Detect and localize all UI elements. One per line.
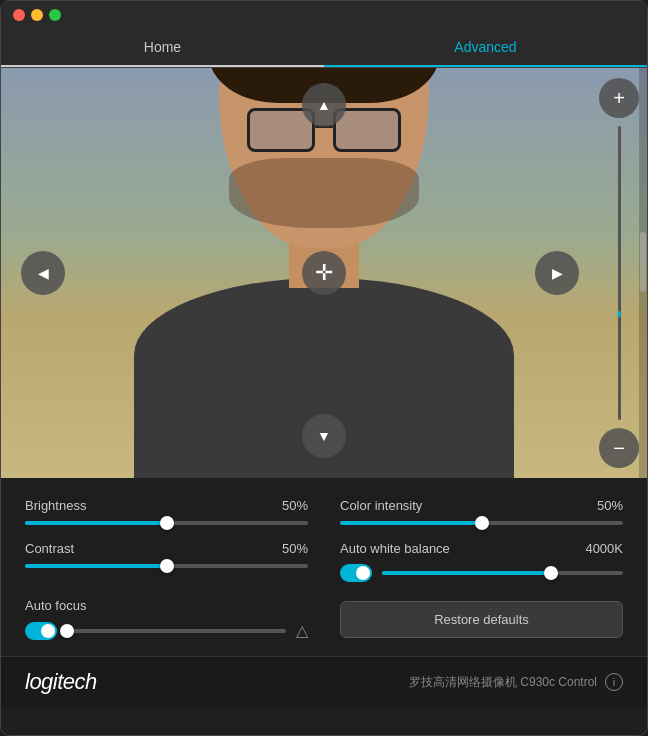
autofocus-icon: △ — [296, 621, 308, 640]
color-intensity-label: Color intensity — [340, 498, 422, 513]
auto-white-balance-control: Auto white balance 4000K — [340, 541, 623, 582]
pan-right-button[interactable]: ▶ — [535, 251, 579, 295]
color-intensity-slider[interactable] — [340, 521, 623, 525]
contrast-fill — [25, 564, 167, 568]
contrast-control: Contrast 50% — [25, 541, 308, 582]
color-intensity-value: 50% — [597, 498, 623, 513]
zoom-thumb — [618, 311, 621, 317]
awb-label: Auto white balance — [340, 541, 450, 556]
title-bar — [1, 1, 647, 29]
awb-toggle-row — [340, 564, 623, 582]
brightness-label-row: Brightness 50% — [25, 498, 308, 513]
auto-focus-control: Auto focus △ — [25, 598, 308, 640]
close-button[interactable] — [13, 9, 25, 21]
brightness-value: 50% — [282, 498, 308, 513]
auto-focus-label: Auto focus — [25, 598, 308, 613]
autofocus-slider[interactable] — [67, 629, 286, 633]
brightness-slider[interactable] — [25, 521, 308, 525]
pan-left-button[interactable]: ◀ — [21, 251, 65, 295]
brightness-control: Brightness 50% — [25, 498, 308, 525]
zoom-out-button[interactable]: − — [599, 428, 639, 468]
awb-thumb[interactable] — [544, 566, 558, 580]
autofocus-toggle[interactable] — [25, 622, 57, 640]
awb-toggle[interactable] — [340, 564, 372, 582]
autofocus-toggle-knob — [41, 624, 55, 638]
info-button[interactable]: i — [605, 673, 623, 691]
color-intensity-fill — [340, 521, 482, 525]
awb-value: 4000K — [585, 541, 623, 556]
color-intensity-control: Color intensity 50% — [340, 498, 623, 525]
traffic-lights — [13, 9, 61, 21]
contrast-slider[interactable] — [25, 564, 308, 568]
autofocus-thumb[interactable] — [60, 624, 74, 638]
logitech-logo: logitech — [25, 669, 97, 695]
awb-fill — [382, 571, 551, 575]
pan-down-button[interactable]: ▼ — [302, 414, 346, 458]
camera-name-label: 罗技高清网络摄像机 C930c Control — [409, 674, 597, 691]
footer-right: 罗技高清网络摄像机 C930c Control i — [409, 673, 623, 691]
awb-slider[interactable] — [382, 571, 623, 575]
tab-advanced[interactable]: Advanced — [324, 29, 647, 67]
contrast-value: 50% — [282, 541, 308, 556]
restore-defaults-button[interactable]: Restore defaults — [340, 601, 623, 638]
camera-view: ▲ ◀ ✛ ▶ ▼ + − — [1, 68, 647, 478]
footer: logitech 罗技高清网络摄像机 C930c Control i — [1, 656, 647, 707]
controls-grid: Brightness 50% Color intensity 50% Contr… — [25, 498, 623, 640]
minimize-button[interactable] — [31, 9, 43, 21]
maximize-button[interactable] — [49, 9, 61, 21]
brightness-thumb[interactable] — [160, 516, 174, 530]
camera-scroll-thumb — [640, 232, 646, 292]
camera-scrollbar[interactable] — [639, 68, 647, 478]
color-intensity-label-row: Color intensity 50% — [340, 498, 623, 513]
pan-up-button[interactable]: ▲ — [302, 83, 346, 127]
contrast-label-row: Contrast 50% — [25, 541, 308, 556]
contrast-label: Contrast — [25, 541, 74, 556]
awb-toggle-knob — [356, 566, 370, 580]
awb-label-row: Auto white balance 4000K — [340, 541, 623, 556]
autofocus-row: △ — [25, 621, 308, 640]
controls-panel: Brightness 50% Color intensity 50% Contr… — [1, 478, 647, 656]
restore-defaults-item: Restore defaults — [340, 598, 623, 640]
tab-bar: Home Advanced — [1, 29, 647, 68]
brightness-label: Brightness — [25, 498, 86, 513]
zoom-in-button[interactable]: + — [599, 78, 639, 118]
zoom-track[interactable] — [618, 126, 621, 420]
tab-home[interactable]: Home — [1, 29, 324, 67]
contrast-thumb[interactable] — [160, 559, 174, 573]
pan-center-button[interactable]: ✛ — [302, 251, 346, 295]
color-intensity-thumb[interactable] — [475, 516, 489, 530]
brightness-fill — [25, 521, 167, 525]
zoom-controls: + − — [599, 78, 639, 468]
